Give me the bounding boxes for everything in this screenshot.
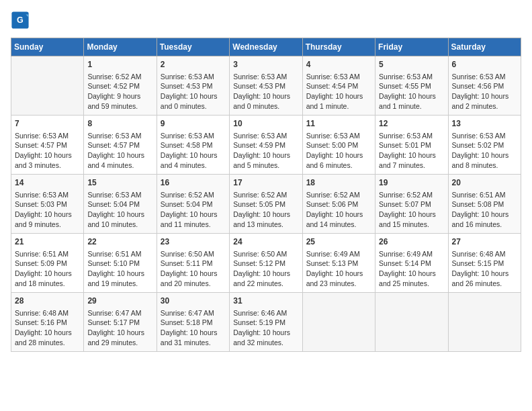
calendar-week-3: 14Sunrise: 6:53 AM Sunset: 5:03 PM Dayli… (11, 175, 521, 234)
day-info: Sunrise: 6:51 AM Sunset: 5:09 PM Dayligh… (15, 249, 80, 289)
day-number: 28 (15, 295, 80, 307)
calendar-week-4: 21Sunrise: 6:51 AM Sunset: 5:09 PM Dayli… (11, 234, 521, 293)
day-number: 16 (161, 177, 226, 189)
day-number: 30 (161, 295, 226, 307)
calendar-cell: 27Sunrise: 6:48 AM Sunset: 5:15 PM Dayli… (448, 234, 521, 293)
day-number: 20 (452, 177, 517, 189)
calendar-cell (375, 293, 448, 352)
calendar-header-saturday: Saturday (448, 38, 521, 56)
day-number: 10 (233, 118, 298, 130)
calendar-cell: 29Sunrise: 6:47 AM Sunset: 5:17 PM Dayli… (84, 293, 157, 352)
calendar-cell: 16Sunrise: 6:52 AM Sunset: 5:04 PM Dayli… (157, 175, 229, 234)
day-info: Sunrise: 6:52 AM Sunset: 5:07 PM Dayligh… (379, 190, 444, 230)
page-header: G (11, 11, 521, 30)
day-info: Sunrise: 6:49 AM Sunset: 5:14 PM Dayligh… (379, 249, 444, 289)
day-info: Sunrise: 6:48 AM Sunset: 5:15 PM Dayligh… (452, 249, 517, 289)
calendar-cell: 30Sunrise: 6:47 AM Sunset: 5:18 PM Dayli… (157, 293, 229, 352)
day-info: Sunrise: 6:47 AM Sunset: 5:17 PM Dayligh… (87, 308, 152, 348)
calendar-cell: 7Sunrise: 6:53 AM Sunset: 4:57 PM Daylig… (11, 116, 84, 175)
day-info: Sunrise: 6:51 AM Sunset: 5:08 PM Dayligh… (452, 190, 517, 230)
day-info: Sunrise: 6:53 AM Sunset: 5:04 PM Dayligh… (87, 190, 152, 230)
logo: G (11, 11, 32, 30)
day-number: 17 (233, 177, 298, 189)
day-info: Sunrise: 6:53 AM Sunset: 4:58 PM Dayligh… (161, 131, 226, 171)
day-info: Sunrise: 6:50 AM Sunset: 5:11 PM Dayligh… (161, 249, 226, 289)
day-info: Sunrise: 6:49 AM Sunset: 5:13 PM Dayligh… (306, 249, 371, 289)
day-info: Sunrise: 6:53 AM Sunset: 4:55 PM Dayligh… (379, 72, 444, 111)
day-info: Sunrise: 6:52 AM Sunset: 4:52 PM Dayligh… (87, 72, 152, 111)
calendar-cell: 8Sunrise: 6:53 AM Sunset: 4:57 PM Daylig… (84, 116, 157, 175)
calendar-cell: 13Sunrise: 6:53 AM Sunset: 5:02 PM Dayli… (448, 116, 521, 175)
day-info: Sunrise: 6:53 AM Sunset: 4:59 PM Dayligh… (233, 131, 298, 171)
day-number: 27 (452, 236, 517, 248)
day-number: 7 (15, 118, 80, 130)
day-number: 29 (87, 295, 152, 307)
day-info: Sunrise: 6:53 AM Sunset: 5:00 PM Dayligh… (306, 131, 371, 171)
day-number: 8 (87, 118, 152, 130)
calendar-cell: 1Sunrise: 6:52 AM Sunset: 4:52 PM Daylig… (84, 56, 157, 116)
day-info: Sunrise: 6:50 AM Sunset: 5:12 PM Dayligh… (233, 249, 298, 289)
calendar-cell: 2Sunrise: 6:53 AM Sunset: 4:53 PM Daylig… (157, 56, 229, 116)
day-number: 11 (306, 118, 371, 130)
day-info: Sunrise: 6:53 AM Sunset: 5:01 PM Dayligh… (379, 131, 444, 171)
calendar-cell: 10Sunrise: 6:53 AM Sunset: 4:59 PM Dayli… (230, 116, 302, 175)
day-info: Sunrise: 6:53 AM Sunset: 5:03 PM Dayligh… (15, 190, 80, 230)
day-number: 22 (87, 236, 152, 248)
calendar-cell: 18Sunrise: 6:52 AM Sunset: 5:06 PM Dayli… (302, 175, 375, 234)
day-info: Sunrise: 6:53 AM Sunset: 4:56 PM Dayligh… (452, 72, 517, 111)
day-info: Sunrise: 6:53 AM Sunset: 4:54 PM Dayligh… (306, 72, 371, 111)
calendar-header-tuesday: Tuesday (157, 38, 229, 56)
calendar-cell: 22Sunrise: 6:51 AM Sunset: 5:10 PM Dayli… (84, 234, 157, 293)
day-number: 31 (233, 295, 298, 307)
calendar-header-thursday: Thursday (302, 38, 375, 56)
day-number: 19 (379, 177, 444, 189)
day-number: 4 (306, 59, 371, 71)
calendar-cell: 20Sunrise: 6:51 AM Sunset: 5:08 PM Dayli… (448, 175, 521, 234)
calendar-cell (448, 293, 521, 352)
calendar-body: 1Sunrise: 6:52 AM Sunset: 4:52 PM Daylig… (11, 56, 521, 352)
day-number: 3 (233, 59, 298, 71)
day-info: Sunrise: 6:51 AM Sunset: 5:10 PM Dayligh… (87, 249, 152, 289)
day-number: 12 (379, 118, 444, 130)
calendar-cell: 11Sunrise: 6:53 AM Sunset: 5:00 PM Dayli… (302, 116, 375, 175)
calendar-cell: 21Sunrise: 6:51 AM Sunset: 5:09 PM Dayli… (11, 234, 84, 293)
calendar-table: SundayMondayTuesdayWednesdayThursdayFrid… (11, 38, 521, 352)
day-number: 15 (87, 177, 152, 189)
calendar-cell: 9Sunrise: 6:53 AM Sunset: 4:58 PM Daylig… (157, 116, 229, 175)
day-number: 24 (233, 236, 298, 248)
day-number: 18 (306, 177, 371, 189)
calendar-cell: 12Sunrise: 6:53 AM Sunset: 5:01 PM Dayli… (375, 116, 448, 175)
calendar-cell: 24Sunrise: 6:50 AM Sunset: 5:12 PM Dayli… (230, 234, 302, 293)
calendar-cell: 6Sunrise: 6:53 AM Sunset: 4:56 PM Daylig… (448, 56, 521, 116)
day-info: Sunrise: 6:52 AM Sunset: 5:04 PM Dayligh… (161, 190, 226, 230)
day-info: Sunrise: 6:46 AM Sunset: 5:19 PM Dayligh… (233, 308, 298, 348)
calendar-cell: 31Sunrise: 6:46 AM Sunset: 5:19 PM Dayli… (230, 293, 302, 352)
calendar-week-1: 1Sunrise: 6:52 AM Sunset: 4:52 PM Daylig… (11, 56, 521, 116)
day-number: 1 (87, 59, 152, 71)
calendar-cell: 25Sunrise: 6:49 AM Sunset: 5:13 PM Dayli… (302, 234, 375, 293)
calendar-cell: 28Sunrise: 6:48 AM Sunset: 5:16 PM Dayli… (11, 293, 84, 352)
calendar-week-5: 28Sunrise: 6:48 AM Sunset: 5:16 PM Dayli… (11, 293, 521, 352)
calendar-week-2: 7Sunrise: 6:53 AM Sunset: 4:57 PM Daylig… (11, 116, 521, 175)
calendar-header-sunday: Sunday (11, 38, 84, 56)
day-info: Sunrise: 6:53 AM Sunset: 5:02 PM Dayligh… (452, 131, 517, 171)
day-number: 5 (379, 59, 444, 71)
calendar-cell: 14Sunrise: 6:53 AM Sunset: 5:03 PM Dayli… (11, 175, 84, 234)
calendar-cell: 19Sunrise: 6:52 AM Sunset: 5:07 PM Dayli… (375, 175, 448, 234)
day-info: Sunrise: 6:52 AM Sunset: 5:06 PM Dayligh… (306, 190, 371, 230)
calendar-cell: 3Sunrise: 6:53 AM Sunset: 4:53 PM Daylig… (230, 56, 302, 116)
calendar-cell: 5Sunrise: 6:53 AM Sunset: 4:55 PM Daylig… (375, 56, 448, 116)
day-info: Sunrise: 6:53 AM Sunset: 4:57 PM Dayligh… (87, 131, 152, 171)
day-number: 6 (452, 59, 517, 71)
day-info: Sunrise: 6:53 AM Sunset: 4:57 PM Dayligh… (15, 131, 80, 171)
day-number: 26 (379, 236, 444, 248)
calendar-cell: 4Sunrise: 6:53 AM Sunset: 4:54 PM Daylig… (302, 56, 375, 116)
calendar-header-row: SundayMondayTuesdayWednesdayThursdayFrid… (11, 38, 521, 56)
day-number: 13 (452, 118, 517, 130)
calendar-cell (302, 293, 375, 352)
day-number: 25 (306, 236, 371, 248)
calendar-cell: 26Sunrise: 6:49 AM Sunset: 5:14 PM Dayli… (375, 234, 448, 293)
day-number: 9 (161, 118, 226, 130)
calendar-header-friday: Friday (375, 38, 448, 56)
day-number: 14 (15, 177, 80, 189)
